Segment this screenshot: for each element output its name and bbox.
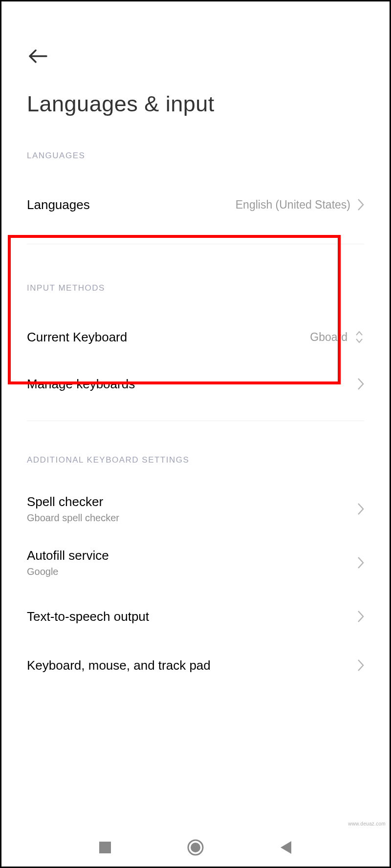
arrow-left-icon: [28, 49, 47, 63]
watermark: www.deuaz.com: [348, 821, 386, 826]
tts-title: Text-to-speech output: [27, 609, 149, 624]
current-keyboard-item[interactable]: Current Keyboard Gboard: [27, 315, 364, 359]
current-keyboard-value: Gboard: [310, 331, 348, 344]
triangle-left-icon: [280, 840, 292, 855]
chevron-right-icon: [357, 198, 364, 211]
home-button[interactable]: [181, 833, 210, 862]
autofill-title: Autofill service: [27, 548, 109, 563]
unfold-icon: [354, 330, 364, 344]
spell-checker-subtitle: Gboard spell checker: [27, 512, 119, 524]
section-header-languages: LANGUAGES: [27, 151, 364, 161]
keyboard-mouse-trackpad-item[interactable]: Keyboard, mouse, and track pad: [27, 643, 364, 687]
page-title: Languages & input: [27, 91, 364, 117]
back-nav-button[interactable]: [271, 833, 301, 862]
languages-value: English (United States): [236, 198, 350, 212]
spell-checker-item[interactable]: Spell checker Gboard spell checker: [27, 487, 364, 531]
recent-apps-button[interactable]: [90, 833, 120, 862]
current-keyboard-title: Current Keyboard: [27, 330, 127, 345]
text-to-speech-item[interactable]: Text-to-speech output: [27, 594, 364, 638]
manage-keyboards-item[interactable]: Manage keyboards: [27, 362, 364, 406]
manage-keyboards-title: Manage keyboards: [27, 377, 135, 392]
section-header-additional: ADDITIONAL KEYBOARD SETTINGS: [27, 455, 364, 465]
chevron-right-icon: [357, 659, 364, 672]
square-icon: [99, 841, 111, 854]
circle-icon: [187, 839, 204, 856]
svg-rect-0: [99, 842, 111, 853]
chevron-right-icon: [357, 556, 364, 569]
autofill-subtitle: Google: [27, 566, 109, 577]
languages-title: Languages: [27, 197, 90, 212]
spell-checker-title: Spell checker: [27, 494, 119, 509]
chevron-right-icon: [357, 503, 364, 515]
languages-item[interactable]: Languages English (United States): [27, 183, 364, 227]
chevron-right-icon: [357, 378, 364, 390]
autofill-service-item[interactable]: Autofill service Google: [27, 541, 364, 585]
svg-point-2: [191, 843, 200, 852]
navigation-bar: [1, 828, 390, 867]
kmt-title: Keyboard, mouse, and track pad: [27, 658, 211, 673]
chevron-right-icon: [357, 610, 364, 623]
divider: [27, 421, 364, 421]
section-header-input-methods: INPUT METHODS: [27, 283, 364, 293]
back-button[interactable]: [27, 45, 48, 67]
